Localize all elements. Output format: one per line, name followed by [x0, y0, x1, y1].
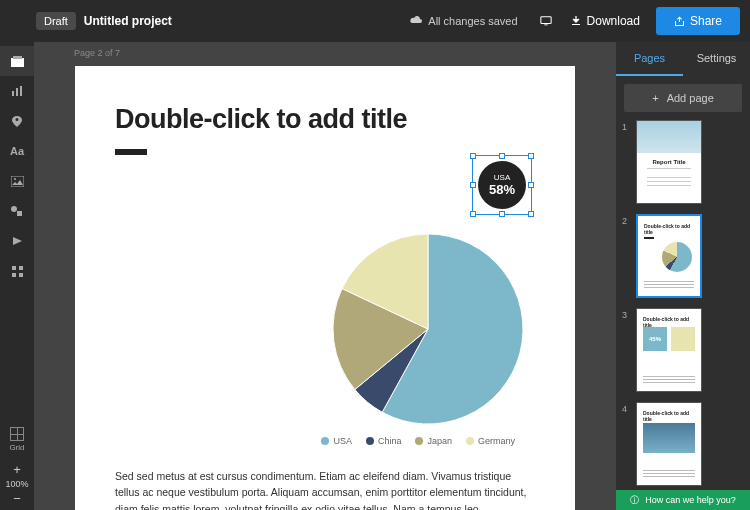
canvas[interactable]: Page 2 of 7 Double-click to add title US…	[34, 42, 616, 510]
page-thumbnail[interactable]: Double-click to add title	[636, 402, 702, 486]
project-title[interactable]: Untitled project	[84, 14, 172, 28]
title-underline	[115, 149, 147, 155]
resize-handle[interactable]	[470, 153, 476, 159]
svg-rect-3	[13, 56, 22, 59]
resize-handle[interactable]	[528, 182, 534, 188]
callout-widget[interactable]: USA 58%	[475, 158, 529, 212]
svg-rect-1	[544, 24, 547, 25]
resize-handle[interactable]	[499, 153, 505, 159]
svg-rect-10	[17, 211, 22, 216]
plus-icon: +	[652, 92, 658, 104]
thumb-number: 4	[622, 402, 630, 414]
tool-map[interactable]	[0, 106, 34, 136]
tool-charts[interactable]	[0, 76, 34, 106]
download-icon	[570, 15, 582, 27]
tab-settings[interactable]: Settings	[683, 42, 750, 76]
resize-handle[interactable]	[470, 211, 476, 217]
pie-chart[interactable]	[333, 234, 523, 424]
thumb-number: 3	[622, 308, 630, 320]
resize-handle[interactable]	[499, 211, 505, 217]
page-thumbnail[interactable]: Double-click to add title	[636, 214, 702, 298]
legend-item: USA	[321, 436, 352, 446]
svg-rect-5	[16, 88, 18, 96]
svg-point-8	[14, 178, 16, 180]
page-title[interactable]: Double-click to add title	[115, 104, 535, 135]
draft-badge: Draft	[36, 12, 76, 30]
body-text[interactable]: Sed sed metus at est cursus condimentum.…	[115, 468, 535, 510]
svg-rect-2	[11, 58, 24, 67]
share-button[interactable]: Share	[656, 7, 740, 35]
right-panel: Pages Settings + Add page 1 Report Title…	[616, 42, 750, 510]
resize-handle[interactable]	[528, 211, 534, 217]
zoom-out-button[interactable]: −	[7, 491, 27, 506]
help-button[interactable]: ⓘ How can we help you?	[616, 490, 750, 510]
cloud-icon	[409, 15, 423, 27]
zoom-in-button[interactable]: +	[7, 462, 27, 477]
svg-rect-12	[19, 266, 23, 270]
download-button[interactable]: Download	[560, 8, 650, 34]
page-thumbnail[interactable]: Double-click to add title 45%	[636, 308, 702, 392]
svg-rect-13	[12, 273, 16, 277]
resize-handle[interactable]	[470, 182, 476, 188]
save-status: All changes saved	[409, 15, 517, 27]
tab-pages[interactable]: Pages	[616, 42, 683, 76]
tool-image[interactable]	[0, 166, 34, 196]
add-page-button[interactable]: + Add page	[624, 84, 742, 112]
preview-button[interactable]	[532, 9, 560, 33]
legend-item: Japan	[415, 436, 452, 446]
svg-rect-6	[20, 86, 22, 96]
legend-item: Germany	[466, 436, 515, 446]
tool-widgets[interactable]	[0, 256, 34, 286]
zoom-value: 100%	[5, 479, 28, 489]
thumb-number: 2	[622, 214, 630, 226]
tool-text[interactable]: Aa	[0, 136, 34, 166]
callout-label: USA	[494, 173, 510, 182]
page[interactable]: Double-click to add title USA 58%	[75, 66, 575, 510]
help-icon: ⓘ	[630, 494, 639, 507]
svg-rect-0	[540, 17, 550, 24]
resize-handle[interactable]	[528, 153, 534, 159]
chart-legend: USAChinaJapanGermany	[321, 436, 515, 446]
svg-rect-14	[19, 273, 23, 277]
legend-item: China	[366, 436, 402, 446]
svg-rect-11	[12, 266, 16, 270]
page-indicator: Page 2 of 7	[74, 48, 120, 58]
thumb-number: 1	[622, 120, 630, 132]
svg-rect-7	[11, 176, 24, 187]
svg-point-9	[11, 206, 17, 212]
grid-toggle[interactable]	[10, 427, 24, 441]
tool-shapes[interactable]	[0, 196, 34, 226]
tool-video[interactable]	[0, 226, 34, 256]
page-thumbnail[interactable]: Report Title	[636, 120, 702, 204]
share-icon	[674, 16, 685, 27]
tool-objects[interactable]	[0, 46, 34, 76]
callout-value: 58%	[489, 182, 515, 197]
svg-rect-4	[12, 91, 14, 96]
left-toolbar: Aa Grid + 100% −	[0, 42, 34, 510]
grid-label: Grid	[9, 443, 24, 452]
